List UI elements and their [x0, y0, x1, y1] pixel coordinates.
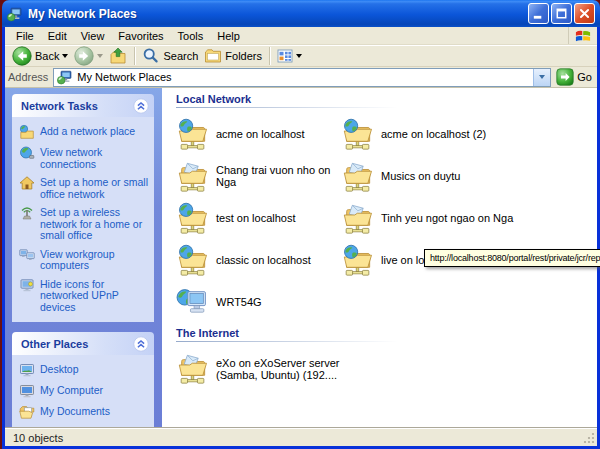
status-text: 10 objects	[13, 432, 63, 444]
back-icon	[12, 46, 32, 66]
address-input[interactable]: My Network Places	[53, 68, 551, 87]
web-folder-icon	[176, 118, 209, 151]
other-places-header[interactable]: Other Places	[12, 332, 154, 355]
menu-file[interactable]: File	[9, 29, 41, 43]
sidebar-item-view-workgroup-computers[interactable]: View workgroup computers	[19, 247, 151, 272]
sidebar-item-view-network-connections[interactable]: View network connections	[19, 145, 151, 170]
views-dropdown-caret-icon[interactable]	[296, 54, 302, 58]
sidebar-item-add-network-place[interactable]: Add a network place	[19, 124, 151, 140]
resize-grip-icon[interactable]	[582, 431, 596, 445]
my-network-places-icon	[57, 69, 73, 85]
network-item-classic-on-localhost[interactable]: classic on localhost	[176, 243, 341, 277]
network-item-label: eXo on eXoServer server (Samba, Ubuntu) …	[216, 357, 340, 381]
maximize-icon	[554, 6, 569, 21]
sidebar-item-setup-wireless-network[interactable]: Set up a wireless network for a home or …	[19, 205, 151, 242]
wireless-network-icon	[19, 205, 35, 221]
toolbar-separator	[269, 47, 270, 65]
sidebar-item-label: Desktop	[40, 362, 79, 376]
menu-view[interactable]: View	[74, 29, 112, 43]
folders-button[interactable]: Folders	[201, 46, 265, 66]
network-item-label: WRT54G	[216, 296, 262, 308]
network-item-label-line1: eXo on eXoServer server	[216, 357, 340, 369]
shared-folder-icon	[176, 160, 209, 193]
status-bar: 10 objects	[5, 428, 597, 446]
go-label: Go	[577, 71, 592, 83]
close-icon	[577, 6, 592, 21]
network-item-tinh-yeu-ngot-ngao[interactable]: Tinh yeu ngot ngao on Nga	[341, 201, 516, 235]
web-folder-icon	[341, 244, 374, 277]
go-icon	[556, 68, 574, 86]
sidebar-item-desktop[interactable]: Desktop	[19, 362, 151, 378]
views-icon	[277, 48, 293, 64]
title-bar: My Network Places	[2, 0, 600, 27]
forward-button[interactable]	[71, 46, 106, 66]
back-label: Back	[35, 50, 59, 62]
chevron-up-icon[interactable]	[133, 98, 149, 114]
go-button[interactable]: Go	[556, 68, 594, 86]
close-button[interactable]	[574, 3, 595, 24]
network-item-wrt54g[interactable]: WRT54G	[176, 285, 341, 319]
network-item-label: classic on localhost	[216, 254, 311, 266]
network-item-exo-server[interactable]: eXo on eXoServer server (Samba, Ubuntu) …	[176, 352, 597, 385]
sidebar-item-label: My Documents	[40, 404, 110, 418]
up-folder-icon	[109, 47, 127, 65]
network-item-label: acme on localhost (2)	[381, 128, 486, 140]
sidebar-item-label: View network connections	[40, 145, 151, 170]
section-title-the-internet: The Internet	[176, 327, 597, 339]
menu-favorites[interactable]: Favorites	[111, 29, 170, 43]
network-item-label: acme on localhost	[216, 128, 305, 140]
folders-icon	[204, 47, 222, 65]
forward-dropdown-caret-icon[interactable]	[97, 54, 103, 58]
shared-folder-icon	[341, 202, 374, 235]
address-value: My Network Places	[77, 71, 529, 83]
sidebar-item-hide-upnp-devices[interactable]: Hide icons for networked UPnP devices	[19, 277, 151, 314]
window-title: My Network Places	[28, 7, 528, 21]
sidebar-item-label: Hide icons for networked UPnP devices	[40, 277, 151, 314]
back-button[interactable]: Back	[9, 46, 71, 66]
network-item-label: test on localhost	[216, 212, 296, 224]
workgroup-computers-icon	[19, 247, 35, 263]
network-item-musics-on-duytu[interactable]: Musics on duytu	[341, 159, 516, 193]
network-item-test-on-localhost[interactable]: test on localhost	[176, 201, 341, 235]
sidebar-item-my-computer[interactable]: My Computer	[19, 383, 151, 399]
back-dropdown-caret-icon[interactable]	[62, 54, 68, 58]
network-item-acme-on-localhost-2[interactable]: acme on localhost (2)	[341, 117, 516, 151]
menu-edit[interactable]: Edit	[41, 29, 74, 43]
maximize-button[interactable]	[551, 3, 572, 24]
my-computer-icon	[19, 383, 35, 399]
sidebar-item-my-documents[interactable]: My Documents	[19, 404, 151, 420]
chevron-up-icon[interactable]	[133, 336, 149, 352]
upnp-devices-icon	[19, 277, 35, 293]
url-tooltip: http://localhost:8080/portal/rest/privat…	[424, 249, 600, 267]
network-tasks-header[interactable]: Network Tasks	[12, 94, 154, 117]
network-item-label: Tinh yeu ngot ngao on Nga	[381, 212, 513, 224]
forward-icon	[74, 46, 94, 66]
views-button[interactable]	[274, 46, 305, 66]
network-item-chang-trai-vuon-nho[interactable]: Chang trai vuon nho on Nga	[176, 159, 341, 193]
address-label: Address	[8, 71, 48, 83]
panel-title: Other Places	[21, 338, 88, 350]
up-button[interactable]	[106, 46, 130, 66]
shared-folder-icon	[341, 160, 374, 193]
network-item-label: Musics on duytu	[381, 170, 460, 182]
windows-logo-box	[568, 27, 597, 44]
toolbar-separator	[134, 47, 135, 65]
address-dropdown-button[interactable]	[533, 69, 550, 86]
search-label: Search	[163, 50, 198, 62]
sidebar-item-label: Set up a wireless network for a home or …	[40, 205, 151, 242]
menu-tools[interactable]: Tools	[171, 29, 211, 43]
minimize-button[interactable]	[528, 3, 549, 24]
sidebar-item-label: Add a network place	[40, 124, 135, 138]
network-tasks-panel: Network Tasks Add a network place View n…	[12, 94, 154, 322]
network-item-label-line2: (Samba, Ubuntu) (192....	[216, 369, 337, 381]
network-item-acme-on-localhost[interactable]: acme on localhost	[176, 117, 341, 151]
menu-help[interactable]: Help	[210, 29, 247, 43]
shared-folder-icon	[176, 352, 209, 385]
search-button[interactable]: Search	[139, 46, 201, 66]
panel-title: Network Tasks	[21, 100, 98, 112]
sidebar-item-setup-home-network[interactable]: Set up a home or small office network	[19, 175, 151, 200]
explorer-window: My Network Places File Edit View Favorit…	[2, 0, 600, 449]
network-tasks-body: Add a network place View network connect…	[12, 117, 154, 322]
desktop-icon	[19, 362, 35, 378]
web-folder-icon	[341, 118, 374, 151]
